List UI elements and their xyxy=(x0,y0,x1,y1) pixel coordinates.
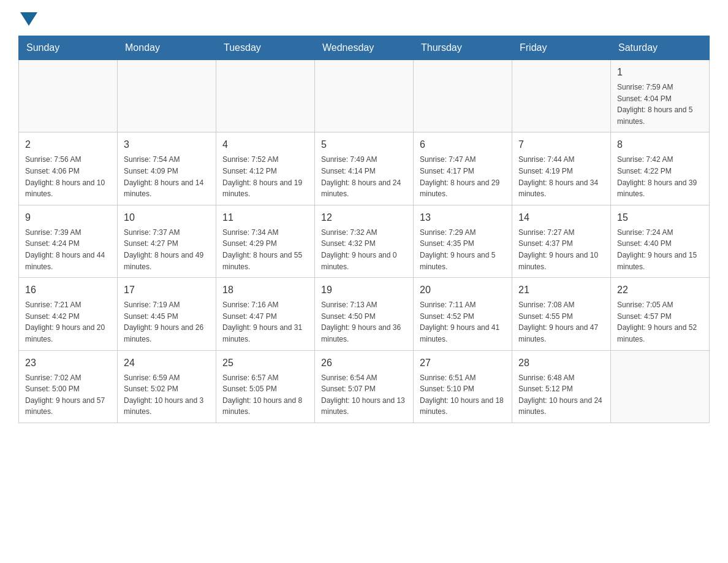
calendar-cell: 26Sunrise: 6:54 AMSunset: 5:07 PMDayligh… xyxy=(315,350,414,423)
calendar-cell xyxy=(512,60,611,132)
logo-triangle-icon xyxy=(20,12,37,26)
day-number: 4 xyxy=(222,137,308,152)
day-number: 15 xyxy=(617,210,703,225)
day-info: Sunrise: 7:52 AMSunset: 4:12 PMDaylight:… xyxy=(222,154,308,199)
day-info: Sunrise: 7:05 AMSunset: 4:57 PMDaylight:… xyxy=(617,299,703,345)
day-info: Sunrise: 6:51 AMSunset: 5:10 PMDaylight:… xyxy=(420,372,506,418)
page-header xyxy=(18,12,710,23)
day-number: 20 xyxy=(420,283,506,297)
day-number: 17 xyxy=(124,283,210,297)
day-info: Sunrise: 7:54 AMSunset: 4:09 PMDaylight:… xyxy=(124,154,210,199)
calendar-cell: 15Sunrise: 7:24 AMSunset: 4:40 PMDayligh… xyxy=(611,205,710,277)
calendar-cell: 11Sunrise: 7:34 AMSunset: 4:29 PMDayligh… xyxy=(216,205,315,277)
day-info: Sunrise: 7:02 AMSunset: 5:00 PMDaylight:… xyxy=(25,372,111,418)
day-number: 16 xyxy=(25,283,111,297)
column-header-friday: Friday xyxy=(512,36,611,60)
day-number: 18 xyxy=(222,283,308,297)
day-number: 26 xyxy=(321,356,407,370)
calendar-cell xyxy=(414,60,512,132)
calendar-cell: 7Sunrise: 7:44 AMSunset: 4:19 PMDaylight… xyxy=(512,132,611,205)
day-info: Sunrise: 6:57 AMSunset: 5:05 PMDaylight:… xyxy=(222,372,308,418)
week-row-2: 2Sunrise: 7:56 AMSunset: 4:06 PMDaylight… xyxy=(19,132,710,205)
calendar-header-row: SundayMondayTuesdayWednesdayThursdayFrid… xyxy=(19,36,710,60)
day-info: Sunrise: 7:39 AMSunset: 4:24 PMDaylight:… xyxy=(25,227,111,272)
day-info: Sunrise: 7:13 AMSunset: 4:50 PMDaylight:… xyxy=(321,299,407,345)
calendar-cell: 27Sunrise: 6:51 AMSunset: 5:10 PMDayligh… xyxy=(414,350,512,423)
calendar-cell xyxy=(216,60,315,132)
calendar-table: SundayMondayTuesdayWednesdayThursdayFrid… xyxy=(18,36,710,423)
week-row-1: 1Sunrise: 7:59 AMSunset: 4:04 PMDaylight… xyxy=(19,60,710,132)
day-info: Sunrise: 7:27 AMSunset: 4:37 PMDaylight:… xyxy=(518,227,604,272)
day-number: 19 xyxy=(321,283,407,297)
day-number: 12 xyxy=(321,210,407,225)
calendar-cell: 19Sunrise: 7:13 AMSunset: 4:50 PMDayligh… xyxy=(315,278,414,350)
calendar-cell xyxy=(315,60,414,132)
logo xyxy=(18,12,39,23)
day-info: Sunrise: 7:42 AMSunset: 4:22 PMDaylight:… xyxy=(617,154,703,199)
day-info: Sunrise: 7:16 AMSunset: 4:47 PMDaylight:… xyxy=(222,299,308,345)
day-number: 23 xyxy=(25,356,111,370)
day-number: 28 xyxy=(518,356,604,370)
calendar-cell: 17Sunrise: 7:19 AMSunset: 4:45 PMDayligh… xyxy=(118,278,216,350)
day-info: Sunrise: 7:56 AMSunset: 4:06 PMDaylight:… xyxy=(25,154,111,199)
calendar-cell xyxy=(611,350,710,423)
day-number: 25 xyxy=(222,356,308,370)
day-number: 24 xyxy=(124,356,210,370)
column-header-saturday: Saturday xyxy=(611,36,710,60)
day-number: 14 xyxy=(518,210,604,225)
column-header-tuesday: Tuesday xyxy=(216,36,315,60)
calendar-cell: 4Sunrise: 7:52 AMSunset: 4:12 PMDaylight… xyxy=(216,132,315,205)
day-info: Sunrise: 6:59 AMSunset: 5:02 PMDaylight:… xyxy=(124,372,210,418)
calendar-cell: 21Sunrise: 7:08 AMSunset: 4:55 PMDayligh… xyxy=(512,278,611,350)
day-number: 13 xyxy=(420,210,506,225)
day-number: 7 xyxy=(518,137,604,152)
day-number: 10 xyxy=(124,210,210,225)
day-number: 27 xyxy=(420,356,506,370)
calendar-cell xyxy=(19,60,118,132)
column-header-thursday: Thursday xyxy=(414,36,512,60)
calendar-cell: 8Sunrise: 7:42 AMSunset: 4:22 PMDaylight… xyxy=(611,132,710,205)
calendar-cell: 2Sunrise: 7:56 AMSunset: 4:06 PMDaylight… xyxy=(19,132,118,205)
calendar-cell: 12Sunrise: 7:32 AMSunset: 4:32 PMDayligh… xyxy=(315,205,414,277)
day-info: Sunrise: 7:08 AMSunset: 4:55 PMDaylight:… xyxy=(518,299,604,345)
day-number: 21 xyxy=(518,283,604,297)
column-header-wednesday: Wednesday xyxy=(315,36,414,60)
calendar-cell: 14Sunrise: 7:27 AMSunset: 4:37 PMDayligh… xyxy=(512,205,611,277)
day-info: Sunrise: 7:44 AMSunset: 4:19 PMDaylight:… xyxy=(518,154,604,199)
day-info: Sunrise: 7:24 AMSunset: 4:40 PMDaylight:… xyxy=(617,227,703,272)
column-header-sunday: Sunday xyxy=(19,36,118,60)
day-number: 9 xyxy=(25,210,111,225)
week-row-3: 9Sunrise: 7:39 AMSunset: 4:24 PMDaylight… xyxy=(19,205,710,277)
calendar-cell: 3Sunrise: 7:54 AMSunset: 4:09 PMDaylight… xyxy=(118,132,216,205)
day-info: Sunrise: 7:47 AMSunset: 4:17 PMDaylight:… xyxy=(420,154,506,199)
calendar-cell: 13Sunrise: 7:29 AMSunset: 4:35 PMDayligh… xyxy=(414,205,512,277)
day-number: 2 xyxy=(25,137,111,152)
calendar-cell: 10Sunrise: 7:37 AMSunset: 4:27 PMDayligh… xyxy=(118,205,216,277)
calendar-cell: 24Sunrise: 6:59 AMSunset: 5:02 PMDayligh… xyxy=(118,350,216,423)
calendar-cell: 1Sunrise: 7:59 AMSunset: 4:04 PMDaylight… xyxy=(611,60,710,132)
day-info: Sunrise: 7:11 AMSunset: 4:52 PMDaylight:… xyxy=(420,299,506,345)
week-row-5: 23Sunrise: 7:02 AMSunset: 5:00 PMDayligh… xyxy=(19,350,710,423)
day-info: Sunrise: 7:34 AMSunset: 4:29 PMDaylight:… xyxy=(222,227,308,272)
calendar-cell: 22Sunrise: 7:05 AMSunset: 4:57 PMDayligh… xyxy=(611,278,710,350)
day-number: 3 xyxy=(124,137,210,152)
day-number: 5 xyxy=(321,137,407,152)
calendar-cell xyxy=(118,60,216,132)
day-info: Sunrise: 7:59 AMSunset: 4:04 PMDaylight:… xyxy=(617,82,703,127)
day-info: Sunrise: 7:21 AMSunset: 4:42 PMDaylight:… xyxy=(25,299,111,345)
calendar-cell: 25Sunrise: 6:57 AMSunset: 5:05 PMDayligh… xyxy=(216,350,315,423)
week-row-4: 16Sunrise: 7:21 AMSunset: 4:42 PMDayligh… xyxy=(19,278,710,350)
calendar-cell: 9Sunrise: 7:39 AMSunset: 4:24 PMDaylight… xyxy=(19,205,118,277)
day-info: Sunrise: 7:49 AMSunset: 4:14 PMDaylight:… xyxy=(321,154,407,199)
day-info: Sunrise: 7:37 AMSunset: 4:27 PMDaylight:… xyxy=(124,227,210,272)
calendar-cell: 6Sunrise: 7:47 AMSunset: 4:17 PMDaylight… xyxy=(414,132,512,205)
day-info: Sunrise: 6:48 AMSunset: 5:12 PMDaylight:… xyxy=(518,372,604,418)
calendar-cell: 16Sunrise: 7:21 AMSunset: 4:42 PMDayligh… xyxy=(19,278,118,350)
day-info: Sunrise: 7:32 AMSunset: 4:32 PMDaylight:… xyxy=(321,227,407,272)
calendar-cell: 20Sunrise: 7:11 AMSunset: 4:52 PMDayligh… xyxy=(414,278,512,350)
day-info: Sunrise: 6:54 AMSunset: 5:07 PMDaylight:… xyxy=(321,372,407,418)
day-number: 22 xyxy=(617,283,703,297)
day-info: Sunrise: 7:19 AMSunset: 4:45 PMDaylight:… xyxy=(124,299,210,345)
day-info: Sunrise: 7:29 AMSunset: 4:35 PMDaylight:… xyxy=(420,227,506,272)
day-number: 6 xyxy=(420,137,506,152)
